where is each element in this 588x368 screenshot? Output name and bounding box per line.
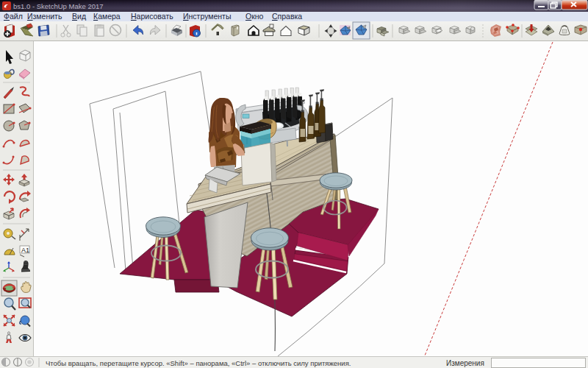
svg-text:A1: A1 — [21, 247, 29, 254]
